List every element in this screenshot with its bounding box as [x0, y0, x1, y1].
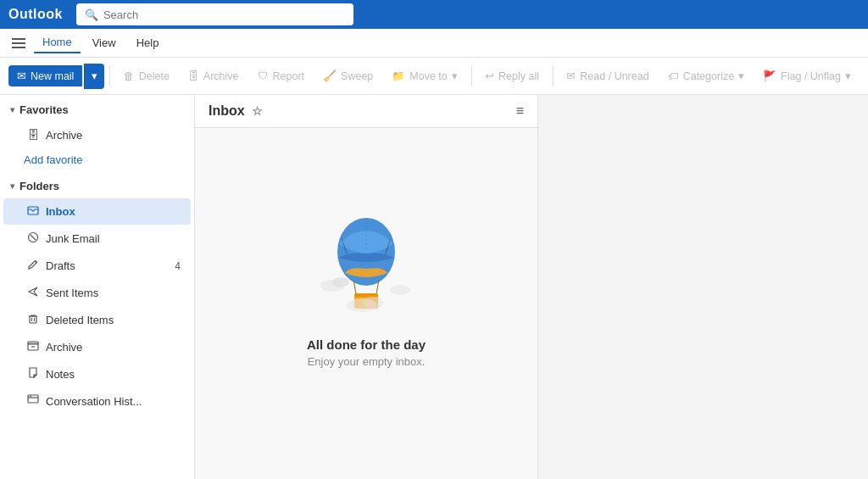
sidebar-item-fav-archive[interactable]: 🗄 Archive — [3, 122, 191, 148]
folders-section-header[interactable]: ▾ Folders — [0, 171, 194, 198]
folders-label: Folders — [19, 180, 59, 192]
deleted-icon — [27, 313, 39, 327]
sidebar-item-conversation-label: Conversation Hist... — [46, 395, 142, 408]
svg-rect-13 — [354, 293, 378, 297]
folders-chevron: ▾ — [10, 181, 14, 191]
add-favorite-link[interactable]: Add favorite — [0, 148, 194, 171]
read-unread-icon: ✉ — [566, 70, 576, 82]
content-title: Inbox ☆ — [209, 103, 263, 119]
sidebar-item-inbox[interactable]: Inbox — [3, 198, 191, 225]
new-mail-icon: ✉ — [17, 70, 26, 82]
sent-icon — [27, 286, 39, 300]
svg-point-15 — [363, 297, 383, 309]
favorites-chevron: ▾ — [10, 105, 14, 114]
sidebar-item-archive[interactable]: Archive — [3, 334, 191, 360]
search-input[interactable] — [103, 8, 345, 21]
sidebar-item-inbox-label: Inbox — [46, 205, 75, 218]
read-unread-button[interactable]: ✉ Read / Unread — [558, 65, 657, 86]
move-to-icon: 📁 — [392, 70, 405, 82]
sidebar-item-deleted-label: Deleted Items — [46, 314, 114, 326]
hamburger-menu[interactable] — [7, 33, 31, 53]
sidebar: ▾ Favorites 🗄 Archive Add favorite ▾ Fol… — [0, 95, 195, 479]
star-icon[interactable]: ☆ — [252, 104, 263, 118]
archive-button[interactable]: 🗄 Archive — [180, 66, 248, 86]
sidebar-item-archive-label: Archive — [46, 341, 82, 354]
reply-all-icon: ↩ — [485, 70, 494, 82]
sidebar-item-sent-label: Sent Items — [46, 287, 98, 299]
drafts-badge: 4 — [175, 260, 181, 272]
content-header: Inbox ☆ ≡ — [195, 95, 537, 128]
menu-home[interactable]: Home — [34, 32, 81, 53]
menu-view[interactable]: View — [84, 33, 125, 53]
svg-rect-2 — [30, 316, 36, 323]
notes-icon — [27, 367, 39, 382]
categorize-button[interactable]: 🏷 Categorize ▾ — [659, 65, 753, 86]
categorize-icon: 🏷 — [668, 70, 679, 82]
drafts-icon — [27, 259, 39, 273]
empty-subtitle: Enjoy your empty inbox. — [308, 355, 426, 368]
sidebar-item-junk-label: Junk Email — [46, 232, 100, 245]
favorites-label: Favorites — [19, 103, 69, 116]
svg-rect-5 — [28, 395, 38, 403]
favorites-section-header[interactable]: ▾ Favorites — [0, 95, 194, 121]
sidebar-item-sent[interactable]: Sent Items — [3, 280, 191, 306]
topbar: Outlook 🔍 — [0, 0, 868, 29]
archive-icon: 🗄 — [188, 70, 199, 82]
search-icon: 🔍 — [85, 8, 98, 21]
toolbar: ✉ New mail ▾ 🗑 Delete 🗄 Archive 🛡 Report… — [0, 58, 868, 95]
sidebar-item-drafts[interactable]: Drafts 4 — [3, 253, 191, 279]
menubar: Home View Help — [0, 29, 868, 58]
new-mail-dropdown[interactable]: ▾ — [84, 64, 104, 89]
move-to-button[interactable]: 📁 Move to ▾ — [383, 65, 465, 86]
menu-help[interactable]: Help — [128, 33, 168, 53]
sweep-button[interactable]: 🧹 Sweep — [314, 65, 381, 86]
sweep-icon: 🧹 — [323, 70, 337, 82]
empty-title: All done for the day — [307, 337, 426, 352]
inbox-icon — [27, 204, 39, 219]
sidebar-item-conversation[interactable]: Conversation Hist... — [3, 388, 191, 415]
right-panel — [537, 95, 868, 479]
archive-fav-icon: 🗄 — [27, 128, 39, 142]
junk-icon — [27, 231, 39, 246]
filter-icon[interactable]: ≡ — [516, 103, 524, 119]
svg-point-7 — [332, 277, 349, 287]
search-box: 🔍 — [76, 3, 353, 25]
flag-unflag-button[interactable]: 🚩 Flag / Unflag ▾ — [754, 65, 860, 86]
sidebar-item-notes-label: Notes — [46, 368, 75, 381]
delete-button[interactable]: 🗑 Delete — [115, 66, 178, 86]
balloon-illustration — [315, 205, 417, 324]
content-panel: Inbox ☆ ≡ — [195, 95, 537, 479]
archive-folder-icon — [27, 340, 39, 354]
sidebar-item-fav-archive-label: Archive — [46, 129, 82, 142]
new-mail-button[interactable]: ✉ New mail — [8, 65, 82, 86]
sidebar-item-drafts-label: Drafts — [46, 259, 75, 272]
sidebar-item-deleted[interactable]: Deleted Items — [3, 307, 191, 333]
conversation-icon — [27, 394, 39, 409]
empty-state: All done for the day Enjoy your empty in… — [195, 128, 537, 479]
sidebar-item-notes[interactable]: Notes — [3, 361, 191, 387]
sidebar-item-junk[interactable]: Junk Email — [3, 226, 191, 252]
svg-point-8 — [390, 285, 410, 295]
inbox-title-text: Inbox — [209, 103, 245, 119]
main-layout: ▾ Favorites 🗄 Archive Add favorite ▾ Fol… — [0, 95, 868, 479]
delete-icon: 🗑 — [124, 70, 135, 82]
reply-all-button[interactable]: ↩ Reply all — [476, 65, 548, 86]
app-title: Outlook — [8, 7, 63, 22]
report-button[interactable]: 🛡 Report — [249, 66, 314, 86]
report-icon: 🛡 — [258, 70, 269, 82]
flag-icon: 🚩 — [763, 70, 776, 82]
